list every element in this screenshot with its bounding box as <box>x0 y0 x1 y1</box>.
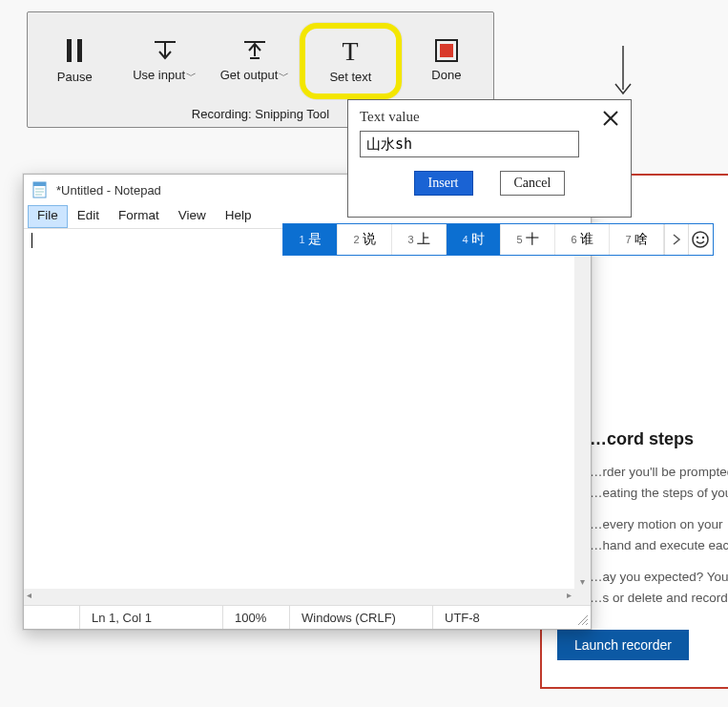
chevron-down-icon: ﹀ <box>279 69 289 83</box>
menu-help[interactable]: Help <box>216 205 261 228</box>
emoji-icon <box>691 230 710 249</box>
diagram-arrow-down-icon <box>609 46 637 103</box>
ime-candidate-char: 是 <box>308 231 322 248</box>
set-text-popup: Text value Insert Cancel <box>347 99 632 218</box>
pause-button[interactable]: Pause <box>30 23 119 99</box>
ime-candidate[interactable]: 6谁 <box>555 224 610 255</box>
chevron-right-icon <box>670 233 683 246</box>
get-output-icon <box>240 39 269 62</box>
pause-icon <box>64 37 85 64</box>
panel-text: …eating the steps of you <box>590 484 728 503</box>
ime-emoji-button[interactable] <box>689 224 713 255</box>
text-caret <box>31 233 32 248</box>
ime-candidate[interactable]: 1是 <box>283 224 338 255</box>
toolbar-label: Set text <box>329 70 371 84</box>
use-input-button[interactable]: Use input﹀ <box>119 23 209 99</box>
insert-button[interactable]: Insert <box>414 171 473 196</box>
panel-text: …every motion on your <box>590 515 728 534</box>
ime-candidate-number: 3 <box>407 234 413 245</box>
ime-candidate-char: 十 <box>526 231 539 248</box>
ime-candidate[interactable]: 2说 <box>338 224 392 255</box>
ime-candidate[interactable]: 7啥 <box>610 224 664 255</box>
ime-candidate[interactable]: 3上 <box>392 224 447 255</box>
menu-file[interactable]: File <box>28 205 68 228</box>
close-button[interactable] <box>602 110 619 130</box>
ime-candidate-number: 1 <box>299 234 304 245</box>
panel-text: …ay you expected? You c <box>590 568 728 587</box>
panel-text: …rder you'll be prompted <box>590 463 728 482</box>
done-button[interactable]: Done <box>402 23 491 99</box>
notepad-text-area[interactable]: ▴ ▾ ◂ ▸ <box>24 228 591 605</box>
toolbar-label: Done <box>431 68 461 82</box>
text-icon: T <box>336 37 364 64</box>
ime-candidate-number: 6 <box>571 234 576 245</box>
launch-recorder-button[interactable]: Launch recorder <box>557 630 689 660</box>
cancel-button[interactable]: Cancel <box>500 171 566 196</box>
get-output-button[interactable]: Get output﹀ <box>210 23 300 99</box>
svg-rect-1 <box>67 39 72 62</box>
toolbar-label: Get output <box>220 68 279 82</box>
panel-heading: …cord steps <box>590 429 728 449</box>
ime-candidate-number: 5 <box>516 234 522 245</box>
toolbar-label: Use input <box>133 68 185 82</box>
svg-line-18 <box>586 623 588 625</box>
status-zoom: 100% <box>222 606 289 629</box>
notepad-title: *Untitled - Notepad <box>56 183 161 198</box>
ime-candidate-char: 啥 <box>634 231 648 248</box>
notepad-statusbar: Ln 1, Col 1 100% Windows (CRLF) UTF-8 <box>24 605 591 629</box>
ime-candidate[interactable]: 5十 <box>501 224 555 255</box>
scroll-left-icon[interactable]: ◂ <box>27 590 31 600</box>
status-encoding: UTF-8 <box>432 606 572 629</box>
ime-candidate-char: 上 <box>417 231 430 248</box>
svg-rect-2 <box>77 39 82 62</box>
svg-rect-12 <box>33 182 46 186</box>
ime-candidate-char: 时 <box>471 231 485 248</box>
ime-candidate-char: 谁 <box>580 231 593 248</box>
panel-text: …s or delete and record <box>590 589 728 608</box>
svg-point-22 <box>697 237 698 239</box>
ime-more-button[interactable] <box>664 224 689 255</box>
ime-candidate[interactable]: 4时 <box>447 224 501 255</box>
svg-point-23 <box>702 237 704 239</box>
popup-title: Text value <box>360 109 619 125</box>
chevron-down-icon: ﹀ <box>186 69 197 83</box>
ime-candidate-number: 7 <box>625 234 631 245</box>
panel-text: …hand and execute each <box>590 536 728 555</box>
ime-candidate-number: 2 <box>353 234 359 245</box>
scroll-down-icon[interactable]: ▾ <box>574 576 591 587</box>
notepad-app-icon <box>31 181 49 198</box>
vertical-scrollbar[interactable]: ▴ ▾ <box>574 229 591 589</box>
close-icon <box>602 110 619 127</box>
status-line-ending: Windows (CRLF) <box>289 606 432 629</box>
horizontal-scrollbar[interactable]: ◂ ▸ <box>24 589 591 605</box>
text-value-input[interactable] <box>360 131 579 157</box>
stop-record-icon <box>435 39 458 62</box>
ime-candidate-char: 说 <box>363 231 376 248</box>
use-input-icon <box>151 39 179 62</box>
ime-candidate-number: 4 <box>462 234 468 245</box>
menu-edit[interactable]: Edit <box>68 205 109 228</box>
resize-grip-icon[interactable] <box>572 609 589 626</box>
menu-view[interactable]: View <box>169 205 216 228</box>
toolbar-label: Pause <box>57 70 93 84</box>
set-text-button[interactable]: T Set text <box>300 23 401 99</box>
svg-rect-10 <box>440 44 453 57</box>
svg-text:T: T <box>343 37 359 64</box>
svg-point-21 <box>693 232 708 247</box>
scroll-right-icon[interactable]: ▸ <box>567 590 572 600</box>
status-position: Ln 1, Col 1 <box>79 606 222 629</box>
menu-format[interactable]: Format <box>109 205 169 228</box>
ime-candidate-bar: 1是2说3上4时5十6谁7啥 <box>282 223 714 256</box>
